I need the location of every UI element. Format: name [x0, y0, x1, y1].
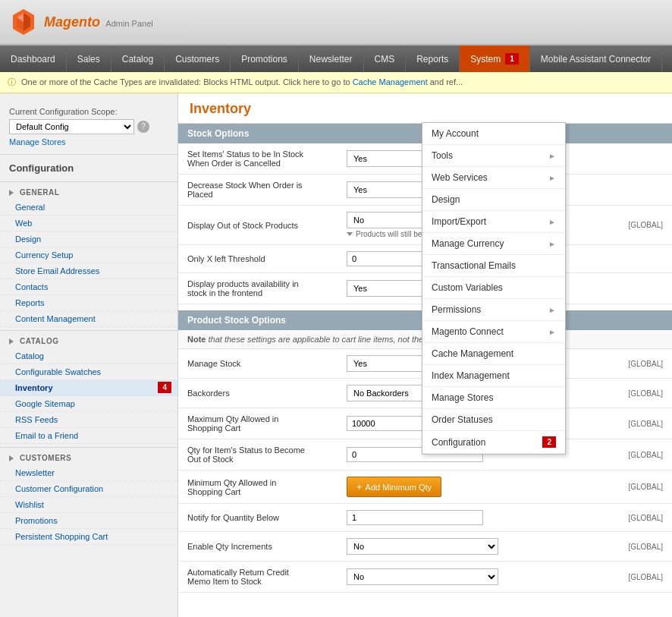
nav-customers[interactable]: Customers — [165, 46, 231, 72]
manage-currency-arrow-icon: ► — [548, 240, 556, 248]
main-nav: Dashboard Sales Catalog Customers Promot… — [0, 46, 672, 72]
magento-connect-arrow-icon: ► — [548, 328, 556, 336]
scope-select[interactable]: Default Config — [9, 119, 134, 134]
alert-text: One or more of the Cache Types are inval… — [21, 77, 353, 87]
product-stock-title: Product Stock Options — [187, 315, 286, 326]
configuration-label: Configuration — [432, 437, 485, 448]
main-layout: Current Configuration Scope: Default Con… — [0, 93, 672, 617]
auto-return-select[interactable]: NoYes — [347, 568, 498, 585]
catalog-group-label: CATALOG — [20, 337, 58, 345]
sidebar-item-newsletter[interactable]: Newsletter — [0, 465, 177, 481]
scope-label: Current Configuration Scope: — [9, 107, 168, 116]
nav-sales[interactable]: Sales — [67, 46, 111, 72]
stock-options-title: Stock Options — [187, 128, 249, 139]
nav-cms[interactable]: CMS — [364, 46, 407, 72]
dropdown-item-design[interactable]: Design — [422, 189, 565, 211]
web-services-arrow-icon: ► — [548, 174, 556, 182]
field-scope-auto-return: [GLOBAL] — [611, 562, 672, 593]
nav-mobile-assistant[interactable]: Mobile Assistant Connector — [530, 46, 662, 72]
field-label-qty-oos: Qty for Item's Status to BecomeOut of St… — [178, 439, 338, 471]
table-row: Automatically Return CreditMemo Item to … — [178, 562, 672, 593]
logo-brand: Magento — [44, 14, 100, 30]
nav-system[interactable]: System 1 — [460, 46, 530, 72]
dropdown-item-manage-currency[interactable]: Manage Currency ► — [422, 233, 565, 255]
sidebar-item-configurable-swatches[interactable]: Configurable Swatches — [0, 364, 177, 380]
sidebar-item-promotions[interactable]: Promotions — [0, 513, 177, 529]
dropdown-item-cache-management[interactable]: Cache Management — [422, 343, 565, 365]
system-dropdown-overlay: My Account Tools ► Web Services ► Design… — [422, 122, 566, 455]
table-row: Notify for Quantity Below [GLOBAL] — [178, 504, 672, 532]
field-label-in-stock: Set Items' Status to be In StockWhen Ord… — [178, 143, 338, 175]
sidebar-item-web[interactable]: Web — [0, 216, 177, 231]
dropdown-item-permissions[interactable]: Permissions ► — [422, 299, 565, 321]
sidebar-item-currency-setup[interactable]: Currency Setup — [0, 247, 177, 263]
add-minimum-qty-label: Add Minimum Qty — [366, 483, 432, 492]
dropdown-item-manage-stores[interactable]: Manage Stores — [422, 387, 565, 409]
notify-qty-input[interactable] — [347, 510, 483, 525]
field-scope-backorders: [GLOBAL] — [611, 379, 672, 408]
dropdown-item-magento-connect[interactable]: Magento Connect ► — [422, 321, 565, 343]
nav-reports[interactable]: Reports — [406, 46, 460, 72]
dropdown-item-transactional-emails[interactable]: Transactional Emails — [422, 255, 565, 277]
dropdown-item-configuration[interactable]: Configuration 2 — [422, 431, 565, 454]
nav-newsletter[interactable]: Newsletter — [299, 46, 364, 72]
sidebar-item-design[interactable]: Design — [0, 231, 177, 247]
sidebar-item-catalog[interactable]: Catalog — [0, 348, 177, 364]
nav-system-badge: 1 — [505, 53, 519, 65]
sidebar-item-persistent-cart[interactable]: Persistent Shopping Cart — [0, 529, 177, 545]
field-scope-enable-qty-inc: [GLOBAL] — [611, 532, 672, 562]
sidebar-group-customers[interactable]: CUSTOMERS — [0, 447, 177, 465]
field-label-min-qty: Minimum Qty Allowed inShopping Cart — [178, 471, 338, 504]
alert-icon: ⓘ — [8, 77, 16, 87]
dropdown-item-import-export[interactable]: Import/Export ► — [422, 211, 565, 233]
manage-stores-link[interactable]: Manage Stores — [9, 137, 168, 146]
nav-promotions[interactable]: Promotions — [231, 46, 299, 72]
enable-qty-inc-select[interactable]: NoYes — [347, 538, 498, 555]
scope-info-icon[interactable]: ? — [137, 121, 149, 133]
sidebar-item-inventory[interactable]: Inventory 4 — [0, 380, 177, 396]
dropdown-item-custom-variables[interactable]: Custom Variables — [422, 277, 565, 299]
sidebar-item-reports[interactable]: Reports — [0, 295, 177, 311]
dropdown-item-web-services[interactable]: Web Services ► — [422, 167, 565, 189]
sidebar-item-customer-config[interactable]: Customer Configuration — [0, 481, 177, 497]
sidebar-item-contacts[interactable]: Contacts — [0, 279, 177, 295]
magento-connect-label: Magento Connect — [432, 326, 504, 337]
sidebar-group-catalog[interactable]: CATALOG — [0, 330, 177, 348]
permissions-arrow-icon: ► — [548, 306, 556, 314]
dropdown-item-tools[interactable]: Tools ► — [422, 145, 565, 167]
dropdown-item-order-statuses[interactable]: Order Statuses — [422, 409, 565, 431]
field-value-min-qty: + Add Minimum Qty — [338, 471, 611, 504]
scope-section: Current Configuration Scope: Default Con… — [0, 101, 177, 155]
sidebar-group-general[interactable]: GENERAL — [0, 181, 177, 200]
sidebar-item-wishlist[interactable]: Wishlist — [0, 497, 177, 513]
dropdown-item-my-account[interactable]: My Account — [422, 123, 565, 145]
add-minimum-qty-button[interactable]: + Add Minimum Qty — [347, 477, 441, 497]
catalog-arrow-icon — [9, 338, 14, 345]
inventory-badge: 4 — [158, 382, 171, 393]
table-row: Enable Qty Increments NoYes [GLOBAL] — [178, 532, 672, 562]
nav-dashboard[interactable]: Dashboard — [0, 46, 67, 72]
alert-bar: ⓘ One or more of the Cache Types are inv… — [0, 72, 672, 93]
sidebar-item-general[interactable]: General — [0, 200, 177, 216]
sidebar-item-store-email[interactable]: Store Email Addresses — [0, 263, 177, 279]
field-label-decrease-stock: Decrease Stock When Order isPlaced — [178, 175, 338, 206]
field-label-max-qty: Maximum Qty Allowed inShopping Cart — [178, 408, 338, 439]
design-label: Design — [432, 194, 460, 205]
system-dropdown: My Account Tools ► Web Services ► Design… — [422, 122, 566, 455]
sidebar-item-content-management[interactable]: Content Management — [0, 311, 177, 327]
sidebar-item-rss-feeds[interactable]: RSS Feeds — [0, 412, 177, 428]
field-scope-x-left — [611, 245, 672, 273]
header: Magento Admin Panel — [0, 0, 672, 46]
cache-management-link[interactable]: Cache Management — [353, 77, 428, 87]
field-value-notify-qty — [338, 504, 611, 532]
field-scope-display-oos: [GLOBAL] — [611, 206, 672, 245]
sidebar-item-google-sitemap[interactable]: Google Sitemap — [0, 396, 177, 412]
field-label-x-left: Only X left Threshold — [178, 245, 338, 273]
sidebar: Current Configuration Scope: Default Con… — [0, 93, 178, 617]
dropdown-item-index-management[interactable]: Index Management — [422, 365, 565, 387]
content-area: Inventory Stock Options Set Items' Statu… — [178, 93, 672, 617]
nav-catalog[interactable]: Catalog — [111, 46, 165, 72]
sidebar-item-email-friend[interactable]: Email to a Friend — [0, 428, 177, 444]
custom-variables-label: Custom Variables — [432, 282, 503, 293]
field-scope-max-qty: [GLOBAL] — [611, 408, 672, 439]
